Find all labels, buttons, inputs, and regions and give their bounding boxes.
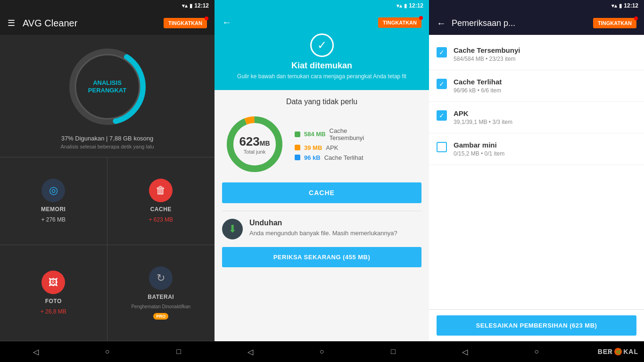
memori-value: + 276 MB: [41, 216, 66, 223]
check-text-4: Gambar mini 0/15,2 MB • 0/1 item: [454, 141, 504, 157]
screen3-body: ✓ Cache Tersembunyi 584/584 MB • 23/23 i…: [429, 35, 644, 309]
periksa-button[interactable]: PERIKSA SEKARANG (455 MB): [222, 247, 421, 267]
memori-item[interactable]: ◎ MEMORI + 276 MB: [0, 157, 107, 245]
screen3-footer: SELESAIKAN PEMBERSIHAN (623 MB): [429, 309, 644, 341]
cache-icon-circle: 🗑: [149, 179, 173, 202]
legend-name-3: Cache Terlihat: [324, 154, 363, 161]
foto-icon-circle: 🖼: [41, 271, 65, 294]
check-text-3: APK 39,1/39,1 MB • 3/3 item: [454, 109, 512, 125]
download-icon: ⬇: [228, 223, 237, 235]
checkbox-cache-tersembunyi[interactable]: ✓: [437, 47, 447, 58]
legend: 584 MB CacheTersembunyi 39 MB APK 96 kB …: [295, 127, 364, 161]
legend-dot-blue: [295, 155, 300, 160]
gauge-info: 37% Digunakan | 7,88 GB kosong Analisis …: [60, 135, 154, 149]
legend-item-cache-terlihat: 96 kB Cache Terlihat: [295, 154, 364, 161]
cache-value: + 623 MB: [149, 216, 173, 223]
gauge-center-text: ANALISIS PERANGKAT: [88, 79, 126, 94]
checkbox-cache-terlihat[interactable]: ✓: [437, 79, 447, 89]
foto-value: + 26,8 MB: [41, 308, 66, 315]
analysis-time: Analisis selesai beberapa detik yang lal…: [60, 144, 154, 149]
storage-usage: 37% Digunakan | 7,88 GB kosong: [60, 135, 154, 142]
nav-bar-3: ◁ ○ □ BER 🌿 KAL: [429, 341, 644, 362]
check-item-apk: ✓ APK 39,1/39,1 MB • 3/3 item: [429, 102, 644, 133]
baterai-icon: ↻: [157, 272, 165, 284]
unduhan-title: Unduhan: [249, 219, 397, 227]
battery-icon-3: ▮: [619, 3, 622, 9]
home-nav-2[interactable]: ○: [313, 343, 330, 360]
screen2-title: Kiat ditemukan: [222, 61, 421, 71]
legend-value-3: 96 kB: [304, 154, 321, 161]
menu-icon[interactable]: ☰: [8, 18, 15, 28]
legend-dot-orange: [295, 145, 300, 150]
donut-section: 623MB Total junk 584 MB CacheTersembunyi…: [215, 114, 429, 182]
back-icon-2[interactable]: ←: [222, 17, 231, 28]
gauge-area: ANALISIS PERANGKAT 37% Digunakan | 7,88 …: [0, 35, 215, 157]
section-title: Data yang tidak perlu: [215, 90, 429, 114]
donut-center: 623MB Total junk: [239, 134, 270, 154]
home-nav-1[interactable]: ○: [99, 343, 116, 360]
legend-name-1: CacheTersembunyi: [330, 127, 364, 141]
item-detail-1: 584/584 MB • 23/23 item: [454, 56, 520, 62]
wifi-icon: ▾▴: [182, 3, 188, 9]
check-text-2: Cache Terlihat 96/96 kB • 6/6 item: [454, 78, 502, 94]
gauge-container[interactable]: ANALISIS PERANGKAT: [65, 44, 150, 129]
unduhan-section: ⬇ Unduhan Anda mengunduh banyak file. Ma…: [215, 219, 429, 247]
item-name-1: Cache Tersembunyi: [454, 46, 520, 54]
legend-item-cache-tersembunyi: 584 MB CacheTersembunyi: [295, 127, 364, 141]
check-circle: ✓: [310, 33, 334, 57]
foto-item[interactable]: 🖼 FOTO + 26,8 MB: [0, 245, 107, 342]
selesaikan-button[interactable]: SELESAIKAN PEMBERSIHAN (623 MB): [437, 315, 636, 336]
recent-nav-1[interactable]: □: [170, 343, 187, 360]
screen1-header: ☰ AVG Cleaner TINGKATKAN: [0, 11, 215, 35]
upgrade-button-2[interactable]: TINGKATKAN: [378, 17, 421, 28]
screen2-header: ← TINGKATKAN ✓ Kiat ditemukan Gulir ke b…: [215, 11, 429, 90]
item-detail-4: 0/15,2 MB • 0/1 item: [454, 150, 504, 157]
home-nav-3[interactable]: ○: [528, 343, 545, 360]
nav-bar-1: ◁ ○ □: [0, 341, 215, 362]
screen3-header: ← Pemeriksaan p... TINGKATKAN: [429, 11, 644, 35]
check-mark-3: ✓: [439, 112, 445, 119]
check-text-1: Cache Tersembunyi 584/584 MB • 23/23 ite…: [454, 46, 520, 62]
cache-label: CACHE: [150, 206, 172, 213]
baterai-label: BATERAI: [148, 294, 174, 300]
battery-icon-2: ▮: [404, 3, 407, 9]
back-nav-2[interactable]: ◁: [242, 343, 259, 360]
checkbox-gambar-mini[interactable]: [437, 142, 447, 152]
wifi-icon-2: ▾▴: [396, 3, 402, 9]
back-nav-1[interactable]: ◁: [27, 343, 44, 360]
berikal-text-2: KAL: [623, 348, 638, 355]
unduhan-text: Unduhan Anda mengunduh banyak file. Masi…: [249, 219, 397, 238]
back-nav-3[interactable]: ◁: [456, 343, 473, 360]
foto-icon: 🖼: [49, 277, 58, 288]
app-title: AVG Cleaner: [23, 18, 156, 29]
notification-dot-3: [634, 16, 638, 20]
divider-2: [222, 211, 421, 211]
check-mark-1: ✓: [439, 49, 445, 56]
baterai-item[interactable]: ↻ BATERAI Penghematan Dinonaktifkan PRO: [107, 245, 215, 342]
time-display-1: 12:12: [194, 2, 209, 9]
upgrade-button-1[interactable]: TINGKATKAN: [164, 18, 207, 28]
baterai-value: Penghematan Dinonaktifkan: [131, 304, 190, 309]
item-detail-2: 96/96 kB • 6/6 item: [454, 87, 502, 94]
berikal-logo: BER 🌿 KAL: [598, 347, 638, 356]
berikal-text: BER: [598, 348, 613, 355]
status-bar-2: ▾▴ ▮ 12:12: [215, 0, 429, 11]
check-mark-2: ✓: [439, 80, 445, 88]
notification-dot-2: [419, 16, 423, 20]
cache-icon: 🗑: [156, 184, 166, 197]
legend-value-2: 39 MB: [304, 144, 322, 151]
upgrade-button-3[interactable]: TINGKATKAN: [593, 18, 636, 28]
checkbox-apk[interactable]: ✓: [437, 110, 447, 121]
screen2-subtitle: Gulir ke bawah dan temukan cara menjaga …: [222, 73, 421, 81]
cache-button[interactable]: CACHE: [222, 182, 421, 203]
checkmark-icon: ✓: [317, 39, 327, 52]
svg-text:🌿: 🌿: [616, 349, 621, 355]
recent-nav-2[interactable]: □: [385, 343, 402, 360]
cache-item[interactable]: 🗑 CACHE + 623 MB: [107, 157, 215, 245]
unduhan-subtitle: Anda mengunduh banyak file. Masih memerl…: [249, 229, 397, 238]
legend-dot-green: [295, 132, 300, 137]
item-detail-3: 39,1/39,1 MB • 3/3 item: [454, 119, 512, 125]
item-name-3: APK: [454, 109, 512, 117]
back-icon-3[interactable]: ←: [437, 18, 446, 29]
legend-name-2: APK: [326, 144, 338, 151]
